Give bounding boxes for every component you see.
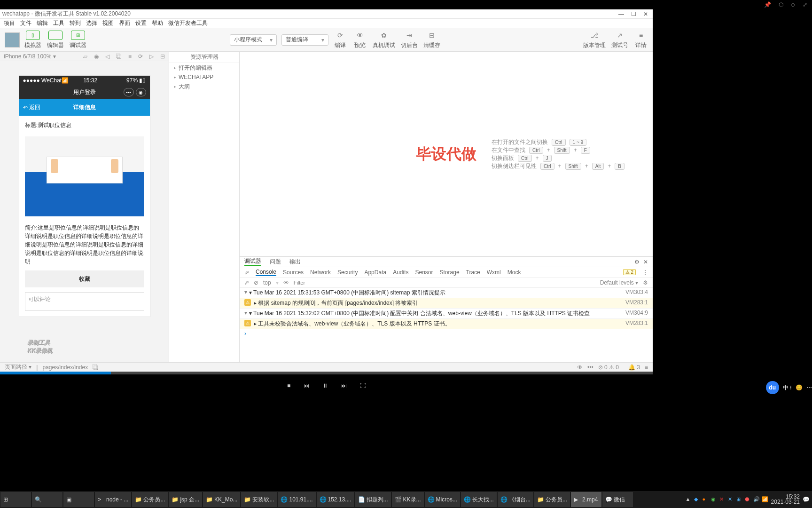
taskbar-item[interactable]: 🌐长大找... (461, 492, 497, 507)
devtools-tab-Network[interactable]: Network (310, 269, 331, 276)
tray-icon[interactable]: ◉ (711, 496, 718, 503)
tray-notification-icon[interactable]: 💬 (803, 496, 810, 503)
devtools-tab-Sources[interactable]: Sources (283, 269, 304, 276)
taskbar-item[interactable]: 🌐Micros... (425, 492, 460, 507)
page-path-label[interactable]: 页面路径 ▾ (5, 363, 31, 371)
copy-path-icon[interactable]: ⿻ (93, 364, 98, 371)
video-control[interactable]: ⏸ (322, 382, 328, 389)
sim-refresh-icon[interactable]: ⟳ (138, 53, 143, 60)
capsule-menu-icon[interactable]: ••• (124, 88, 134, 96)
tray-icon[interactable]: ⬣ (745, 496, 751, 503)
float-more-icon[interactable]: ⋯ (806, 384, 812, 391)
sim-record-icon[interactable]: ◉ (94, 53, 99, 60)
favorite-button[interactable]: 收藏 (25, 270, 144, 287)
avatar[interactable] (5, 32, 20, 48)
minimize-button[interactable]: — (618, 11, 624, 17)
console-settings-icon[interactable]: ⚙ (643, 279, 648, 286)
baidu-float-icon[interactable]: du (766, 381, 779, 394)
devtools-tab-Mock[interactable]: Mock (508, 269, 521, 276)
element-picker-icon[interactable]: ⬀ (244, 269, 249, 276)
taskbar-item[interactable]: 🎬KK录... (392, 492, 424, 507)
comment-input[interactable]: 可以评论 (25, 292, 144, 311)
menu-选择[interactable]: 选择 (85, 19, 99, 27)
notification-bell[interactable]: 🔔 3 (628, 364, 640, 371)
console-log[interactable]: ▾▾ Tue Mar 16 2021 15:31:53 GMT+0800 (中国… (240, 288, 653, 298)
menu-转到[interactable]: 转到 (68, 19, 82, 27)
square-icon[interactable]: ◇ (791, 1, 795, 8)
warning-badge[interactable]: ⚠ 2 (623, 269, 636, 275)
console-prompt[interactable]: › (240, 329, 653, 338)
debugger-close-icon[interactable]: ✕ (643, 259, 648, 265)
tray-icon[interactable]: ✕ (719, 496, 726, 503)
devtools-tab-Trace[interactable]: Trace (466, 269, 480, 276)
sim-list-icon[interactable]: ≡ (128, 53, 132, 60)
maximize-button[interactable]: ☐ (631, 11, 636, 17)
status-more-icon[interactable]: ≡ (645, 364, 648, 371)
hex-icon[interactable]: ⬡ (779, 1, 783, 8)
tool-编译[interactable]: ⟳编译 (333, 31, 347, 49)
capsule-close-icon[interactable]: ◉ (136, 88, 146, 96)
taskbar-item[interactable]: 📁公务员... (534, 492, 570, 507)
context-selector[interactable]: top (263, 279, 271, 286)
tool-测试号[interactable]: ↗测试号 (611, 31, 628, 49)
tray-icon[interactable]: 📶 (762, 496, 768, 503)
devtools-tab-Audits[interactable]: Audits (393, 269, 408, 276)
ime-indicator[interactable]: 中 ⁝ (783, 384, 792, 392)
more-icon[interactable]: ••• (587, 364, 593, 371)
debug-tab-问题[interactable]: 问题 (270, 258, 281, 266)
pin-icon[interactable]: 📌 (764, 1, 771, 8)
video-control[interactable]: ⏮ (304, 382, 309, 389)
console-log[interactable]: ⚠▸ 工具未校验合法域名、web-view（业务域名）、TLS 版本以及 HTT… (240, 319, 653, 329)
menu-工具[interactable]: 工具 (52, 19, 66, 27)
tool-编辑器[interactable]: 编辑器 (47, 31, 64, 49)
devtools-tab-AppData[interactable]: AppData (364, 269, 386, 276)
menu-文件[interactable]: 文件 (19, 19, 33, 27)
tool-预览[interactable]: 👁预览 (353, 31, 367, 49)
filter-input[interactable] (294, 280, 595, 286)
visibility-icon[interactable]: 👁 (577, 364, 583, 371)
video-control[interactable]: ⏭ (341, 382, 347, 389)
menu-编辑[interactable]: 编辑 (35, 19, 49, 27)
video-control[interactable]: ■ (287, 382, 290, 389)
devtools-more-icon[interactable]: ⋮ (642, 269, 648, 276)
menu-视图[interactable]: 视图 (101, 19, 115, 27)
sim-share-icon[interactable]: ◁ (105, 53, 109, 60)
expand-icon[interactable]: ⤢ (803, 1, 807, 8)
taskbar-item[interactable]: 🌐《烟台... (498, 492, 533, 507)
explorer-item[interactable]: WECHATAPP (169, 72, 239, 82)
sim-dock-icon[interactable]: ⊟ (160, 53, 165, 60)
menu-项目[interactable]: 项目 (2, 19, 16, 27)
tool-调试器[interactable]: ⊞调试器 (70, 31, 86, 49)
devtools-tab-Sensor[interactable]: Sensor (415, 269, 433, 276)
explorer-item[interactable]: 大纲 (169, 82, 239, 91)
tray-icon[interactable]: ◆ (694, 496, 701, 503)
menu-微信开发者工具[interactable]: 微信开发者工具 (167, 19, 209, 27)
taskbar-item[interactable]: 📁安装软... (241, 492, 277, 507)
taskbar-item[interactable]: ▣ (63, 492, 94, 507)
taskbar-item[interactable]: 📄拟题列... (355, 492, 391, 507)
sim-rotate-icon[interactable]: ▱ (83, 53, 87, 60)
tool-详情[interactable]: ≡详情 (634, 31, 648, 49)
debug-tab-调试器[interactable]: 调试器 (244, 257, 261, 266)
menu-设置[interactable]: 设置 (134, 19, 148, 27)
devtools-tab-Storage[interactable]: Storage (440, 269, 460, 276)
console-log[interactable]: ▾▾ Tue Mar 16 2021 15:32:02 GMT+0800 (中国… (240, 309, 653, 319)
tool-版本管理[interactable]: ⎇版本管理 (583, 31, 606, 49)
taskbar-item[interactable]: 📁公务员... (132, 492, 168, 507)
taskbar-item[interactable]: 💬微信 (602, 492, 633, 507)
close-button[interactable]: ✕ (643, 11, 648, 17)
clear-console-icon[interactable]: ⊘ (254, 279, 258, 286)
tool-模拟器[interactable]: ▯模拟器 (24, 31, 41, 49)
emoji-icon[interactable]: 😊 (796, 384, 803, 391)
console-log[interactable]: ⚠▸ 根据 sitemap 的规则[0]，当前页面 [pages/index/i… (240, 298, 653, 309)
video-control[interactable]: ⛶ (360, 382, 366, 389)
taskbar-item[interactable]: 🔍 (32, 492, 62, 507)
tray-icon[interactable]: ⊞ (736, 496, 743, 503)
progress-bar[interactable] (0, 372, 111, 374)
mode-dropdown[interactable]: 小程序模式 (230, 34, 277, 46)
compile-dropdown[interactable]: 普通编译 (281, 34, 328, 46)
taskbar-item[interactable]: 📁KK_Mo... (203, 492, 240, 507)
taskbar-item[interactable]: 🌐152.13.... (317, 492, 354, 507)
taskbar-item[interactable]: >node - ... (95, 492, 131, 507)
explorer-item[interactable]: 打开的编辑器 (169, 63, 239, 72)
